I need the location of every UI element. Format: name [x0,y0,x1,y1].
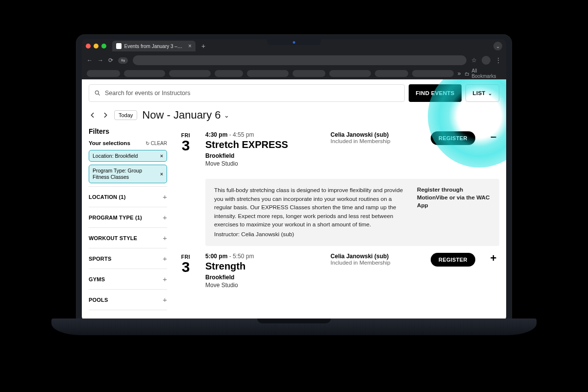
prev-range-icon[interactable] [89,111,97,119]
your-selections-label: Your selections [89,140,130,146]
event-card: FRI 3 5:00 pm - 5:50 pm Strength Brookfi… [176,249,499,295]
event-location: Brookfield [205,152,321,159]
bookmark-item[interactable] [375,70,408,77]
event-room: Move Studio [205,160,321,167]
event-membership: Included in Membership [331,260,421,266]
event-detail-panel: This full-body stretching class is desig… [205,179,499,246]
plus-icon: + [163,193,167,201]
browser-tab[interactable]: Events from January 3 – Jan… × [112,41,196,51]
filter-group-sports[interactable]: SPORTS+ [89,248,167,269]
plus-icon: + [163,234,167,242]
event-day-number: 3 [176,138,196,153]
remove-chip-icon[interactable]: × [160,171,163,177]
fullscreen-window-icon[interactable] [101,44,106,49]
filters-heading: Filters [89,127,167,135]
search-placeholder: Search for events or Instructors [105,90,190,97]
all-bookmarks-label: All Bookmarks [471,68,501,79]
menu-icon[interactable]: ⋮ [495,57,501,64]
search-icon [94,90,101,97]
register-button[interactable]: REGISTER [431,253,475,267]
bookmark-item[interactable] [124,70,166,77]
register-button[interactable]: REGISTER [431,131,475,145]
search-input[interactable]: Search for events or Instructors [89,84,405,102]
plus-icon: + [163,254,167,263]
address-bar[interactable] [133,55,466,65]
bookmark-bar: » 🗀 All Bookmarks [82,68,506,79]
svg-line-1 [98,94,100,96]
close-window-icon[interactable] [86,44,91,49]
bookmark-item[interactable] [87,70,120,77]
date-range-picker[interactable]: Now - January 6 ⌄ [142,109,229,122]
laptop-notch [267,39,321,45]
svg-point-0 [95,91,98,94]
star-icon[interactable]: ☆ [471,57,477,64]
reload-icon[interactable]: ⟳ [108,57,113,64]
event-room: Move Studio [205,282,321,289]
filter-group-workout-style[interactable]: WORKOUT STYLE+ [89,227,167,248]
page-content: Search for events or Instructors FIND EV… [82,79,506,320]
bookmark-item[interactable] [169,70,211,77]
chevron-down-icon: ⌄ [224,112,229,119]
favicon-icon [116,43,122,49]
refresh-icon: ↻ [146,141,149,146]
plus-icon: + [163,295,167,304]
filter-group-pools[interactable]: POOLS+ [89,289,167,310]
bookmark-item[interactable] [412,70,454,77]
bookmark-item[interactable] [293,70,326,77]
event-time: 5:00 pm - 5:50 pm [205,253,321,260]
expand-icon[interactable]: + [488,253,499,264]
bookmark-overflow-icon[interactable]: » [458,70,461,77]
profile-icon[interactable] [482,56,490,65]
event-title[interactable]: Stretch EXPRESS [205,139,321,150]
filter-group-program-type[interactable]: PROGRAM TYPE (1)+ [89,207,167,227]
event-description: This full-body stretching class is desig… [214,186,406,229]
tab-dropdown-icon[interactable]: ⌄ [493,42,502,50]
event-membership: Included in Membership [331,138,421,144]
minimize-window-icon[interactable] [94,44,98,49]
next-range-icon[interactable] [101,111,109,119]
filter-group-location[interactable]: LOCATION (1)+ [89,186,167,207]
register-instructions: Register through MotionVibe or via the W… [417,186,490,239]
filter-chip: Location: Brookfield × [89,150,167,162]
event-time: 4:30 pm - 4:55 pm [205,131,321,138]
folder-icon: 🗀 [465,71,469,76]
back-icon[interactable]: ← [87,57,93,64]
remove-chip-icon[interactable]: × [160,153,163,159]
tab-title: Events from January 3 – Jan… [124,44,183,49]
event-instructor: Celia Janowski (sub) [331,253,421,260]
event-day-number: 3 [176,260,196,274]
collapse-icon[interactable] [488,131,499,142]
clear-filters-button[interactable]: ↻ CLEAR [146,141,167,146]
site-info-icon[interactable]: ⇆ [118,57,128,64]
forward-icon[interactable]: → [98,57,103,64]
today-button[interactable]: Today [114,110,137,120]
view-switcher[interactable]: LIST ⌄ [466,84,499,102]
filter-chip: Program Type: Group Fitness Classes × [89,165,167,183]
bookmark-item[interactable] [247,70,289,77]
new-tab-button[interactable]: + [198,42,208,50]
plus-icon: + [163,275,167,283]
event-title[interactable]: Strength [205,261,321,272]
chevron-down-icon: ⌄ [488,91,492,96]
find-events-button[interactable]: FIND EVENTS [409,84,461,102]
plus-icon: + [163,213,167,221]
bookmark-item[interactable] [329,70,371,77]
event-instructor: Celia Janowski (sub) [331,131,421,138]
event-instructor-line: Instructor: Celia Janowski (sub) [214,230,406,239]
window-controls[interactable] [86,44,106,49]
bookmark-item[interactable] [215,70,243,77]
filter-group-gyms[interactable]: GYMS+ [89,269,167,289]
event-location: Brookfield [205,274,321,281]
all-bookmarks-button[interactable]: 🗀 All Bookmarks [465,68,501,79]
laptop-base [51,318,537,335]
event-card: FRI 3 4:30 pm - 4:55 pm Stretch EXPRESS … [176,127,499,174]
close-tab-icon[interactable]: × [188,43,192,49]
browser-toolbar: ← → ⟳ ⇆ ☆ ⋮ [82,53,506,68]
